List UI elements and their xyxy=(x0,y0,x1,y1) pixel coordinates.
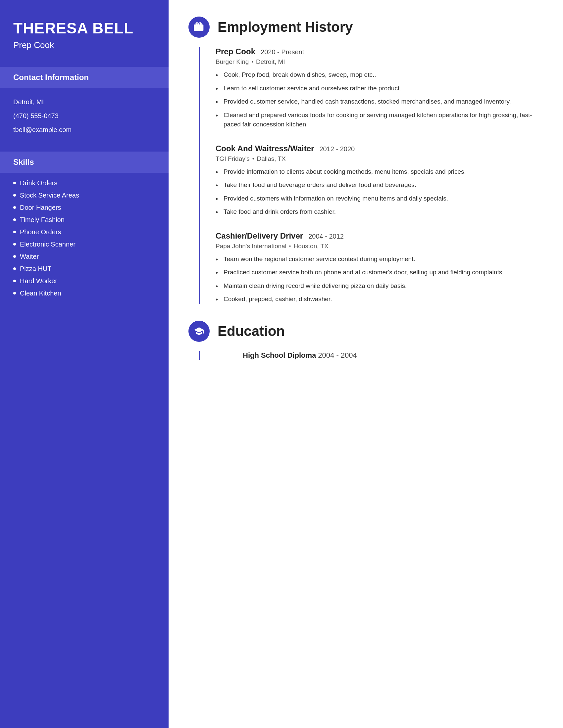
skill-item: Door Hangers xyxy=(13,204,155,211)
skill-item: Timely Fashion xyxy=(13,216,155,224)
job-block: Cashier/Delivery Driver2004 - 2012Papa J… xyxy=(215,231,543,304)
skill-label: Door Hangers xyxy=(20,204,61,211)
company-name: Burger King xyxy=(215,58,249,66)
education-title: Education xyxy=(217,323,285,339)
contact-location: Detroit, MI xyxy=(13,97,155,107)
skill-label: Timely Fashion xyxy=(20,216,65,224)
skill-item: Phone Orders xyxy=(13,228,155,236)
job-title: Cashier/Delivery Driver xyxy=(215,231,303,241)
education-timeline: High School Diploma 2004 - 2004 xyxy=(199,351,543,360)
company-location: Houston, TX xyxy=(294,243,328,250)
job-duty-item: Cleaned and prepared various foods for c… xyxy=(215,111,543,129)
skill-bullet xyxy=(13,267,16,270)
skill-item: Clean Kitchen xyxy=(13,290,155,297)
skill-bullet xyxy=(13,231,16,233)
job-company: Burger King•Detroit, MI xyxy=(215,58,543,66)
main-content: Employment History Prep Cook2020 - Prese… xyxy=(168,0,563,728)
company-dot: • xyxy=(251,59,253,65)
job-title-row: Cook And Waitress/Waiter2012 - 2020 xyxy=(215,144,543,153)
candidate-title: Prep Cook xyxy=(13,40,155,50)
job-years: 2020 - Present xyxy=(260,48,304,56)
contact-email: tbell@example.com xyxy=(13,125,155,134)
skill-label: Pizza HUT xyxy=(20,265,52,273)
job-block: Prep Cook2020 - PresentBurger King•Detro… xyxy=(215,47,543,129)
job-duty-item: Maintain clean driving record while deli… xyxy=(215,281,543,291)
employment-section: Employment History Prep Cook2020 - Prese… xyxy=(188,17,543,304)
job-title: Prep Cook xyxy=(215,47,255,56)
contact-section-label: Contact Information xyxy=(0,67,168,88)
job-duties-list: Provide information to clients about coo… xyxy=(215,167,543,217)
skill-item: Waiter xyxy=(13,253,155,260)
company-name: TGI Friday's xyxy=(215,155,250,162)
job-block: Cook And Waitress/Waiter2012 - 2020TGI F… xyxy=(215,144,543,217)
skill-label: Clean Kitchen xyxy=(20,290,61,297)
job-duty-item: Provide information to clients about coo… xyxy=(215,167,543,177)
briefcase-icon xyxy=(188,17,210,38)
skill-label: Stock Service Areas xyxy=(20,192,79,199)
job-company: Papa John's International•Houston, TX xyxy=(215,243,543,250)
job-duty-item: Learn to sell customer service and ourse… xyxy=(215,84,543,93)
contact-phone: (470) 555-0473 xyxy=(13,111,155,120)
skill-item: Hard Worker xyxy=(13,277,155,285)
skill-label: Waiter xyxy=(20,253,39,260)
job-duty-item: Practiced customer service both on phone… xyxy=(215,268,543,277)
company-dot: • xyxy=(252,156,254,162)
job-duty-item: Cook, Prep food, break down dishes, swee… xyxy=(215,70,543,80)
skill-label: Phone Orders xyxy=(20,228,61,236)
graduation-icon xyxy=(188,321,210,342)
edu-years: 2004 - 2004 xyxy=(318,351,357,359)
employment-header: Employment History xyxy=(188,17,543,38)
job-duty-item: Provided customers with information on r… xyxy=(215,194,543,204)
skill-bullet xyxy=(13,206,16,209)
skill-bullet xyxy=(13,194,16,197)
job-title: Cook And Waitress/Waiter xyxy=(215,144,314,153)
education-section: Education High School Diploma 2004 - 200… xyxy=(188,321,543,360)
job-duty-item: Take their food and beverage orders and … xyxy=(215,180,543,190)
skill-bullet xyxy=(13,292,16,295)
job-title-row: Prep Cook2020 - Present xyxy=(215,47,543,56)
candidate-name: THERESA BELL xyxy=(13,20,155,37)
job-duty-item: Take food and drink orders from cashier. xyxy=(215,207,543,217)
job-years: 2004 - 2012 xyxy=(308,233,344,240)
company-location: Detroit, MI xyxy=(256,58,285,66)
company-name: Papa John's International xyxy=(215,243,287,250)
company-location: Dallas, TX xyxy=(257,155,286,162)
skill-label: Drink Orders xyxy=(20,179,57,187)
skill-label: Electronic Scanner xyxy=(20,241,75,248)
skill-bullet xyxy=(13,243,16,246)
sidebar: THERESA BELL Prep Cook Contact Informati… xyxy=(0,0,168,728)
skill-bullet xyxy=(13,182,16,184)
skill-item: Stock Service Areas xyxy=(13,192,155,199)
skill-item: Drink Orders xyxy=(13,179,155,187)
job-duties-list: Cook, Prep food, break down dishes, swee… xyxy=(215,70,543,129)
skills-section-label: Skills xyxy=(0,152,168,173)
skills-content: Drink OrdersStock Service AreasDoor Hang… xyxy=(0,173,168,311)
skill-bullet xyxy=(13,280,16,282)
job-company: TGI Friday's•Dallas, TX xyxy=(215,155,543,162)
employment-title: Employment History xyxy=(217,19,353,35)
sidebar-header: THERESA BELL Prep Cook xyxy=(0,0,168,64)
company-dot: • xyxy=(289,243,291,249)
job-duty-item: Provided customer service, handled cash … xyxy=(215,97,543,107)
skill-item: Electronic Scanner xyxy=(13,241,155,248)
education-item: High School Diploma 2004 - 2004 xyxy=(226,351,543,360)
employment-timeline: Prep Cook2020 - PresentBurger King•Detro… xyxy=(199,47,543,304)
skill-label: Hard Worker xyxy=(20,277,57,285)
skill-bullet xyxy=(13,218,16,221)
job-duties-list: Team won the regional customer service c… xyxy=(215,254,543,304)
contact-content: Detroit, MI (470) 555-0473 tbell@example… xyxy=(0,88,168,148)
job-title-row: Cashier/Delivery Driver2004 - 2012 xyxy=(215,231,543,241)
job-years: 2012 - 2020 xyxy=(319,145,355,153)
education-header: Education xyxy=(188,321,543,342)
job-duty-item: Cooked, prepped, cashier, dishwasher. xyxy=(215,295,543,304)
job-duty-item: Team won the regional customer service c… xyxy=(215,254,543,264)
skills-section: Skills Drink OrdersStock Service AreasDo… xyxy=(0,152,168,311)
skill-item: Pizza HUT xyxy=(13,265,155,273)
edu-degree: High School Diploma xyxy=(243,351,316,359)
skill-bullet xyxy=(13,255,16,258)
